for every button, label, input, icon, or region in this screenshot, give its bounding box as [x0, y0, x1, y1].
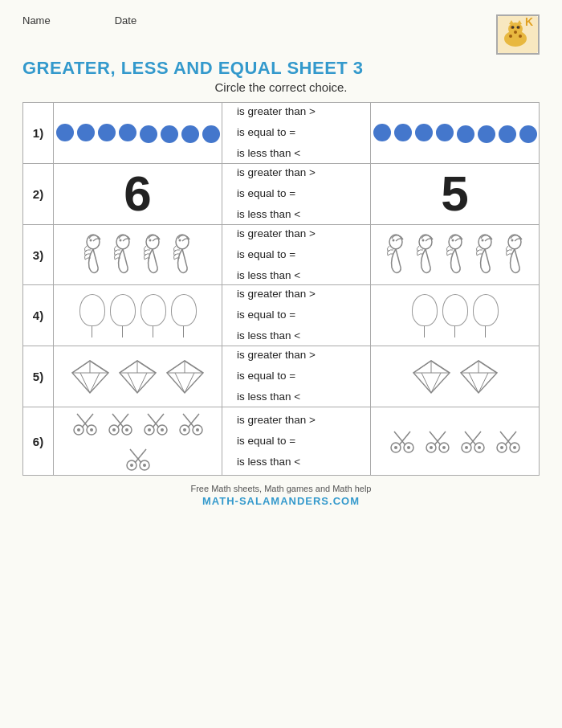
dot [181, 125, 199, 143]
choice-less: is less than < [237, 145, 300, 163]
choice-equal: is equal to = [237, 185, 295, 203]
choice-greater: is greater than > [237, 346, 316, 365]
scissors-icon [492, 425, 524, 457]
diamond-icon [116, 357, 160, 397]
right-cell-2: 5 [371, 163, 540, 224]
dot [161, 125, 178, 143]
seahorse-icon [139, 234, 166, 276]
choice-greater: is greater than > [237, 103, 316, 121]
balloon-string [183, 326, 184, 337]
svg-point-110 [465, 446, 468, 449]
dot [478, 125, 495, 143]
right-cell-4 [371, 285, 540, 346]
balloon [412, 294, 438, 337]
choice-greater: is greater than > [237, 411, 316, 430]
choice-equal: is equal to = [237, 432, 295, 451]
dots-right-1 [371, 122, 539, 143]
row-num-1: 1) [23, 103, 54, 164]
footer: Free Math sheets, Math games and Math he… [22, 484, 540, 507]
choice-equal: is equal to = [237, 367, 295, 386]
svg-line-47 [167, 361, 185, 373]
dots-left-1 [54, 122, 222, 143]
choices-2: is greater than > is equal to = is less … [222, 164, 370, 224]
balloon-body [442, 294, 468, 326]
diamond-icon [163, 357, 207, 397]
footer-brand: Math-Salamanders.com [22, 495, 540, 507]
table-row: 3) [23, 224, 540, 285]
name-label: Name [22, 14, 51, 27]
balloon-string [485, 326, 486, 337]
scissors-icon [69, 407, 101, 440]
svg-point-22 [392, 239, 394, 242]
dot [98, 124, 116, 141]
dot [119, 124, 136, 141]
dot [140, 125, 157, 143]
svg-line-40 [120, 361, 137, 373]
diamonds-left [66, 357, 210, 397]
svg-point-87 [196, 428, 199, 431]
svg-point-11 [517, 27, 519, 29]
choice-greater: is greater than > [237, 225, 316, 243]
balloons-right [371, 294, 539, 337]
balloon-body [140, 294, 166, 326]
seahorse-icon [169, 234, 196, 276]
balloon-string [153, 326, 153, 337]
row-num-5: 5) [23, 346, 54, 407]
choice-less: is less than < [237, 453, 300, 472]
left-number-2: 6 [124, 166, 151, 221]
svg-point-116 [500, 446, 503, 449]
row-num-6: 6) [23, 407, 54, 476]
choice-equal: is equal to = [237, 124, 295, 142]
left-cell-3 [54, 224, 222, 285]
balloon-string [454, 326, 455, 337]
seahorse-icon [382, 234, 409, 276]
logo-box: K [496, 14, 540, 55]
seahorse-icon [412, 234, 439, 276]
dot [436, 124, 454, 141]
date-label: Date [115, 14, 136, 27]
scissors-icon [386, 425, 418, 457]
svg-line-34 [90, 361, 108, 373]
table-row: 2) 6 is greater than > is equal to = is … [23, 163, 540, 224]
seahorse-icon [109, 234, 136, 276]
diamond-icon [68, 357, 112, 397]
table-row: 4) [23, 285, 540, 346]
scissors-icon [175, 407, 207, 440]
balloon [473, 294, 499, 337]
dot [415, 124, 433, 141]
left-cell-2: 6 [54, 163, 222, 224]
svg-point-117 [513, 446, 516, 449]
page-title: Greater, Less and Equal Sheet 3 [22, 58, 540, 79]
svg-line-33 [72, 361, 90, 373]
middle-cell-2: is greater than > is equal to = is less … [222, 163, 371, 224]
left-cell-6 [54, 407, 222, 476]
scissors-right [383, 425, 527, 457]
choice-greater: is greater than > [237, 285, 316, 304]
choices-5: is greater than > is equal to = is less … [222, 346, 370, 407]
choice-equal: is equal to = [237, 306, 295, 325]
svg-point-92 [130, 464, 133, 467]
svg-point-6 [509, 35, 512, 38]
svg-line-48 [185, 361, 203, 373]
right-cell-3 [371, 224, 540, 285]
middle-cell-1: is greater than > is equal to = is less … [222, 103, 371, 164]
balloon-body [171, 294, 197, 326]
svg-point-75 [125, 428, 128, 431]
svg-line-37 [90, 373, 100, 393]
svg-point-93 [143, 464, 146, 467]
balloon-body [110, 294, 136, 326]
svg-line-41 [137, 361, 156, 373]
svg-text:K: K [525, 16, 533, 28]
choice-less: is less than < [237, 206, 300, 224]
scissors-icon [457, 425, 489, 457]
svg-point-5 [514, 31, 517, 34]
dot [499, 125, 516, 143]
svg-point-98 [394, 446, 397, 449]
scissors-icon [140, 407, 172, 440]
middle-cell-3: is greater than > is equal to = is less … [222, 224, 371, 285]
svg-point-86 [183, 428, 186, 431]
svg-point-81 [161, 428, 164, 431]
worksheet-table: 1) [22, 102, 540, 476]
dot [77, 124, 95, 141]
svg-line-55 [431, 361, 450, 373]
